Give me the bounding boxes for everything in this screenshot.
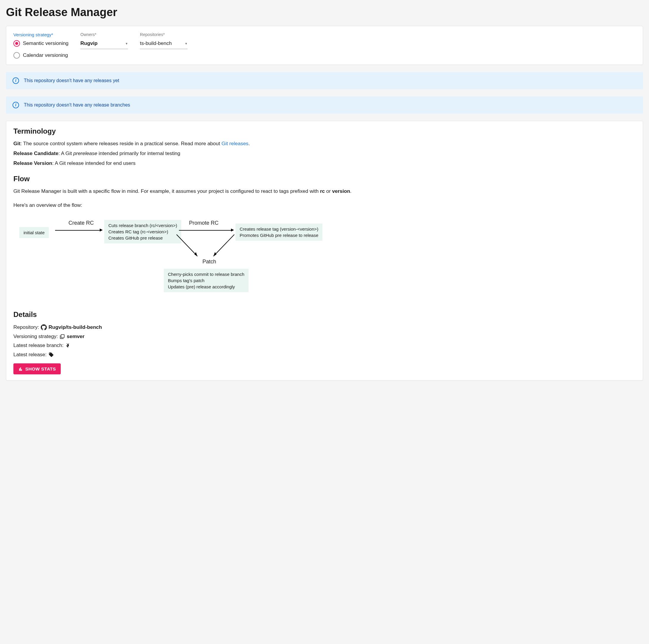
- versioning-strategy-label: Versioning strategy*: [13, 32, 69, 37]
- owners-value: Rugvip: [80, 41, 98, 46]
- terminology-rc: Release Candidate: A Git prerelease inte…: [13, 149, 636, 157]
- tag-icon: [48, 352, 54, 357]
- repositories-dropdown[interactable]: ts-build-bench ▼: [140, 39, 187, 49]
- owners-section: Owners* Rugvip ▼: [80, 32, 128, 49]
- alert-no-releases: i This repository doesn't have any relea…: [6, 72, 643, 89]
- versioning-strategy-section: Versioning strategy* Semantic versioning…: [13, 32, 69, 59]
- flow-box-initial: initial state: [19, 227, 49, 238]
- chevron-down-icon: ▼: [184, 42, 187, 45]
- git-releases-link[interactable]: Git releases: [221, 141, 249, 146]
- radio-calendar-versioning[interactable]: Calendar versioning: [13, 52, 69, 59]
- svg-line-2: [213, 234, 234, 256]
- arrow-down-right: [174, 233, 204, 260]
- repositories-section: Repositories* ts-build-bench ▼: [140, 32, 187, 49]
- info-icon: i: [12, 102, 19, 108]
- radio-semantic-versioning[interactable]: Semantic versioning: [13, 40, 69, 47]
- details-heading: Details: [13, 310, 636, 319]
- radio-label: Semantic versioning: [23, 41, 69, 46]
- github-icon: [41, 324, 47, 330]
- svg-marker-3: [213, 252, 216, 256]
- owners-label: Owners*: [80, 32, 128, 37]
- owners-dropdown[interactable]: Rugvip ▼: [80, 39, 128, 49]
- svg-line-0: [177, 234, 198, 256]
- chevron-down-icon: ▼: [125, 42, 128, 45]
- stats-icon: [18, 367, 23, 371]
- detail-versioning: Versioning strategy: semver: [13, 332, 636, 341]
- page-title: Git Release Manager: [6, 6, 643, 19]
- flow-overview: Here's an overview of the flow:: [13, 201, 636, 209]
- flow-box-create-rc: Cuts release branch (rc/<version>) Creat…: [104, 220, 181, 243]
- alert-text: This repository doesn't have any release…: [24, 102, 130, 108]
- flow-box-patch: Cherry-picks commit to release branch Bu…: [164, 269, 249, 292]
- repositories-value: ts-build-bench: [140, 41, 172, 46]
- terminology-git: Git: The source control system where rel…: [13, 140, 636, 148]
- detail-repository: Repository: Rugvip/ts-build-bench: [13, 323, 636, 332]
- info-icon: i: [12, 77, 19, 84]
- radio-label: Calendar versioning: [23, 52, 68, 58]
- strategy-icon: [59, 334, 65, 339]
- detail-release: Latest release:: [13, 350, 636, 360]
- alert-text: This repository doesn't have any release…: [24, 78, 119, 83]
- radio-unselected-icon: [13, 52, 20, 59]
- flow-box-promote-rc: Creates release tag (version-<version>) …: [235, 224, 322, 241]
- config-card: Versioning strategy* Semantic versioning…: [6, 26, 643, 65]
- arrow-down-left: [207, 233, 237, 260]
- flow-diagram: initial state Create RC Cuts release bra…: [13, 215, 636, 302]
- radio-selected-icon: [13, 40, 20, 47]
- repositories-label: Repositories*: [140, 32, 187, 37]
- alert-no-branches: i This repository doesn't have any relea…: [6, 96, 643, 114]
- svg-marker-1: [194, 252, 198, 256]
- show-stats-button[interactable]: SHOW STATS: [13, 363, 61, 374]
- flow-label-patch: Patch: [203, 259, 216, 265]
- terminology-rv: Release Version: A Git release intended …: [13, 159, 636, 167]
- detail-branch: Latest release branch:: [13, 341, 636, 350]
- terminology-heading: Terminology: [13, 127, 636, 135]
- flow-label-promote-rc: Promote RC: [189, 220, 218, 226]
- flow-intro: Git Release Manager is built with a spec…: [13, 187, 636, 195]
- info-card: Terminology Git: The source control syst…: [6, 121, 643, 381]
- branch-icon: [65, 343, 71, 348]
- flow-label-create-rc: Create RC: [69, 220, 94, 226]
- flow-heading: Flow: [13, 175, 636, 183]
